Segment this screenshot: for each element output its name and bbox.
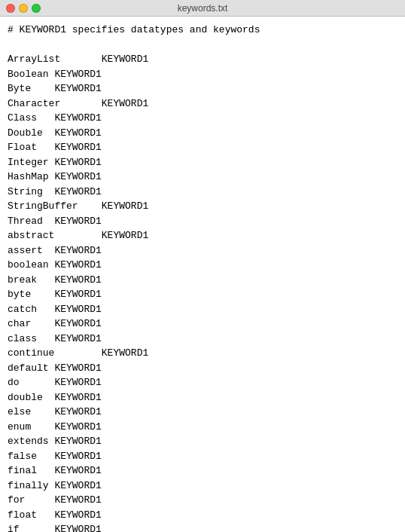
code-line: break KEYWORD1 — [8, 273, 397, 288]
code-line: char KEYWORD1 — [8, 316, 397, 332]
code-line: finally KEYWORD1 — [8, 478, 397, 494]
code-line: if KEYWORD1 — [8, 522, 397, 532]
code-line: extends KEYWORD1 — [8, 434, 397, 449]
code-line: double KEYWORD1 — [8, 390, 397, 405]
code-line: Integer KEYWORD1 — [8, 155, 397, 170]
code-line: float KEYWORD1 — [8, 508, 397, 523]
code-line: boolean KEYWORD1 — [8, 258, 397, 273]
code-line: enum KEYWORD1 — [8, 420, 397, 435]
code-line: byte KEYWORD1 — [8, 287, 397, 302]
maximize-button[interactable] — [32, 4, 41, 13]
empty-line — [8, 38, 397, 53]
file-content: # KEYWORD1 specifies datatypes and keywo… — [0, 17, 405, 532]
close-button[interactable] — [6, 4, 15, 13]
code-line: Class KEYWORD1 — [8, 111, 397, 126]
window-title: keywords.txt — [178, 3, 228, 14]
code-line: else KEYWORD1 — [8, 405, 397, 420]
code-line: HashMap KEYWORD1 — [8, 170, 397, 185]
code-line: do KEYWORD1 — [8, 375, 397, 390]
code-line: Float KEYWORD1 — [8, 140, 397, 155]
code-line: default KEYWORD1 — [8, 361, 397, 376]
code-line: for KEYWORD1 — [8, 493, 397, 508]
code-line: final KEYWORD1 — [8, 463, 397, 478]
titlebar-buttons — [6, 4, 41, 13]
code-line: Thread KEYWORD1 — [8, 214, 397, 229]
code-line: catch KEYWORD1 — [8, 302, 397, 317]
titlebar: keywords.txt — [0, 0, 405, 17]
code-line: abstract KEYWORD1 — [8, 228, 397, 243]
code-line: StringBuffer KEYWORD1 — [8, 199, 397, 214]
code-line: false KEYWORD1 — [8, 449, 397, 464]
code-line: ArrayList KEYWORD1 — [8, 52, 397, 67]
code-line: Boolean KEYWORD1 — [8, 67, 397, 82]
code-line: continue KEYWORD1 — [8, 346, 397, 361]
code-line: String KEYWORD1 — [8, 185, 397, 200]
code-line: assert KEYWORD1 — [8, 243, 397, 258]
code-line: Character KEYWORD1 — [8, 96, 397, 112]
window: keywords.txt # KEYWORD1 specifies dataty… — [0, 0, 405, 532]
code-line: Double KEYWORD1 — [8, 126, 397, 141]
code-line: class KEYWORD1 — [8, 332, 397, 347]
code-line: Byte KEYWORD1 — [8, 81, 397, 96]
minimize-button[interactable] — [19, 4, 28, 13]
code-line: # KEYWORD1 specifies datatypes and keywo… — [8, 23, 397, 38]
